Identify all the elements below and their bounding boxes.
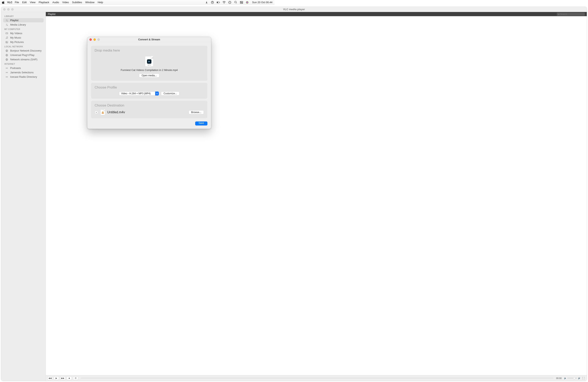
apple-menu-icon[interactable] bbox=[2, 1, 5, 4]
clear-destination-button[interactable]: x bbox=[95, 111, 98, 114]
open-media-button[interactable]: Open media... bbox=[139, 74, 159, 77]
menu-view[interactable]: View bbox=[30, 1, 35, 4]
sidebar-item-media-library[interactable]: Media Library bbox=[3, 22, 43, 27]
sidebar-group-localnetwork: LOCAL NETWORK bbox=[2, 44, 44, 48]
playlist-header-label: Playlist bbox=[48, 13, 55, 16]
destination-file: Untitled.m4v bbox=[100, 110, 125, 115]
traffic-close[interactable] bbox=[3, 8, 6, 11]
video-icon bbox=[5, 32, 8, 35]
customize-button[interactable]: Customize... bbox=[161, 92, 180, 96]
music-icon bbox=[5, 36, 8, 39]
svg-point-11 bbox=[246, 1, 248, 4]
sidebar-item-playlist[interactable]: Playlist bbox=[3, 18, 43, 22]
svg-point-0 bbox=[211, 1, 214, 4]
profile-select[interactable]: Video - H.264 + MP3 (MP4) bbox=[119, 92, 159, 96]
dialog-titlebar: Convert & Stream bbox=[87, 37, 211, 42]
svg-point-12 bbox=[7, 21, 8, 21]
sidebar-item-podcasts[interactable]: Podcasts bbox=[3, 66, 43, 70]
svg-point-8 bbox=[241, 1, 241, 2]
playlist-icon bbox=[5, 23, 8, 26]
sidebar-item-my-videos[interactable]: My Videos bbox=[3, 31, 43, 35]
menu-help[interactable]: Help bbox=[98, 1, 103, 4]
timemachine-icon[interactable] bbox=[228, 0, 231, 4]
svg-point-6 bbox=[235, 1, 236, 3]
sidebar-item-label: Playlist bbox=[10, 19, 18, 22]
sidebar-group-mycomputer: MY COMPUTER bbox=[2, 27, 44, 31]
svg-rect-9 bbox=[240, 3, 243, 3]
svg-point-23 bbox=[7, 72, 7, 73]
menu-playback[interactable]: Playback bbox=[39, 1, 49, 4]
sidebar-item-label: Podcasts bbox=[10, 67, 21, 70]
svg-rect-2 bbox=[219, 2, 220, 3]
traffic-minimize[interactable] bbox=[7, 8, 10, 11]
control-center-icon[interactable] bbox=[240, 0, 243, 4]
profile-selected-label: Video - H.264 + MP3 (MP4) bbox=[121, 92, 151, 95]
wifi-icon[interactable] bbox=[222, 0, 226, 4]
broadcast-icon bbox=[5, 76, 8, 78]
svg-point-24 bbox=[7, 76, 7, 77]
sidebar-item-jamendo[interactable]: Jamendo Selections bbox=[3, 70, 43, 75]
svg-point-15 bbox=[6, 38, 6, 38]
choose-profile-card: Choose Profile Video - H.264 + MP3 (MP4)… bbox=[91, 83, 207, 99]
pictures-icon bbox=[5, 41, 8, 43]
dialog-close[interactable] bbox=[89, 38, 92, 41]
sidebar-item-label: Bonjour Network Discovery bbox=[10, 49, 42, 52]
svg-point-13 bbox=[7, 25, 8, 26]
sidebar-item-label: My Videos bbox=[10, 32, 22, 35]
cloud-sync-icon[interactable] bbox=[211, 0, 214, 4]
save-button[interactable]: Save bbox=[195, 121, 207, 125]
vlc-file-icon bbox=[100, 110, 105, 115]
app-name[interactable]: VLC bbox=[7, 1, 12, 4]
sidebar-item-label: Network streams (SAP) bbox=[10, 58, 37, 61]
select-arrows-icon bbox=[155, 92, 159, 96]
menu-edit[interactable]: Edit bbox=[22, 1, 27, 4]
file-ext-label: MP4 bbox=[147, 64, 151, 66]
window-titlebar: VLC media player bbox=[1, 7, 274, 12]
sidebar-group-internet: INTERNET bbox=[2, 62, 44, 66]
sidebar-item-label: My Music bbox=[10, 36, 21, 39]
svg-point-10 bbox=[242, 3, 242, 3]
destination-heading: Choose Destination bbox=[95, 103, 204, 108]
sidebar-item-label: Icecast Radio Directory bbox=[10, 75, 37, 78]
svg-rect-7 bbox=[240, 1, 243, 2]
svg-point-22 bbox=[7, 68, 7, 68]
network-icon bbox=[5, 58, 8, 61]
svg-point-16 bbox=[7, 38, 8, 38]
menu-video[interactable]: Video bbox=[62, 1, 69, 4]
playlist-header: Playlist ⌕ bbox=[46, 12, 274, 16]
sidebar-item-label: Media Library bbox=[10, 23, 26, 26]
network-icon bbox=[5, 54, 8, 57]
menu-window[interactable]: Window bbox=[85, 1, 94, 4]
dialog-title: Convert & Stream bbox=[87, 38, 211, 41]
media-file-icon: MP4 bbox=[145, 56, 153, 67]
vlc-tray-icon[interactable] bbox=[205, 0, 209, 4]
destination-file-name: Untitled.m4v bbox=[107, 111, 125, 114]
browse-button[interactable]: Browse... bbox=[189, 110, 204, 114]
convert-stream-dialog: Convert & Stream Drop media here MP4 Fun… bbox=[87, 37, 211, 129]
menu-file[interactable]: File bbox=[15, 1, 19, 4]
choose-destination-card: Choose Destination x Untitled.m4v Browse… bbox=[91, 101, 207, 118]
svg-point-4 bbox=[224, 3, 224, 4]
spotlight-icon[interactable] bbox=[234, 0, 237, 4]
sidebar-item-bonjour[interactable]: Bonjour Network Discovery bbox=[3, 49, 43, 53]
drop-zone[interactable]: MP4 Funniest Cat Videos Compilation in 2… bbox=[95, 55, 204, 77]
sidebar-item-icecast[interactable]: Icecast Radio Directory bbox=[3, 75, 43, 79]
siri-icon[interactable] bbox=[246, 0, 249, 4]
sidebar-item-upnp[interactable]: Universal Plug'n'Play bbox=[3, 53, 43, 57]
sidebar-item-my-pictures[interactable]: My Pictures bbox=[3, 40, 43, 44]
menubar-clock[interactable]: Sun 20 Oct 00.44 bbox=[252, 1, 273, 4]
network-icon bbox=[5, 49, 8, 52]
sidebar-item-my-music[interactable]: My Music bbox=[3, 36, 43, 40]
battery-icon[interactable] bbox=[217, 0, 220, 4]
menu-audio[interactable]: Audio bbox=[52, 1, 59, 4]
traffic-zoom[interactable] bbox=[11, 8, 14, 11]
sidebar-item-label: Universal Plug'n'Play bbox=[10, 54, 34, 57]
svg-rect-14 bbox=[6, 33, 8, 34]
macos-menubar: VLC File Edit View Playback Audio Video … bbox=[0, 0, 274, 5]
broadcast-icon bbox=[5, 71, 8, 74]
sidebar: LIBRARY Playlist Media Library MY COMPUT… bbox=[1, 12, 46, 178]
sidebar-item-sap[interactable]: Network streams (SAP) bbox=[3, 57, 43, 61]
menu-subtitles[interactable]: Subtitles bbox=[72, 1, 82, 4]
window-title: VLC media player bbox=[1, 8, 274, 11]
dialog-minimize[interactable] bbox=[93, 38, 96, 41]
